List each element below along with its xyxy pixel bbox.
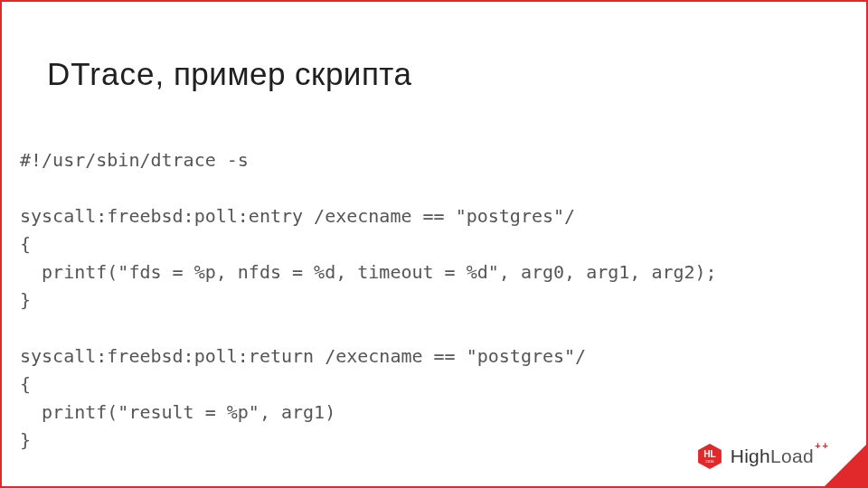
slide-title: DTrace, пример скрипта <box>47 56 411 92</box>
hl-badge-text: HL <box>703 449 716 459</box>
hl-badge-icon: HL 2016 <box>696 443 723 470</box>
brand-load: Load <box>770 446 814 466</box>
title-dtrace: DTrace <box>47 56 155 91</box>
hl-badge-year: 2016 <box>705 459 714 464</box>
brand-high: High <box>731 446 770 466</box>
footer-logo: HL 2016 HighLoad ++ <box>696 443 814 470</box>
code-block: #!/usr/sbin/dtrace -s syscall:freebsd:po… <box>20 146 848 455</box>
slide-frame: DTrace, пример скрипта #!/usr/sbin/dtrac… <box>0 0 868 488</box>
corner-accent-icon <box>825 445 866 486</box>
title-separator: , <box>155 56 173 91</box>
brand-text: HighLoad ++ <box>731 446 814 467</box>
title-rest: пример скрипта <box>174 56 412 91</box>
